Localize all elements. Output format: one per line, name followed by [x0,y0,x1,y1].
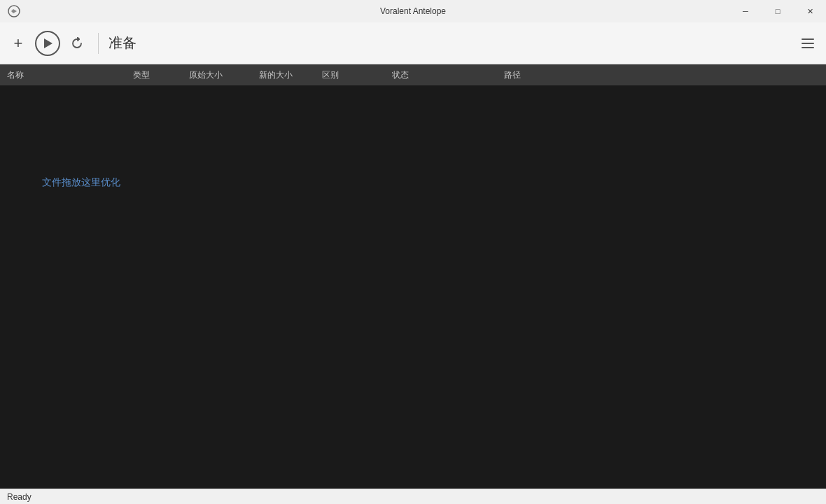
drop-hint-text: 文件拖放这里优化 [42,176,120,189]
refresh-button[interactable] [66,32,88,55]
status-bar: Ready [0,489,826,504]
play-icon [44,38,52,48]
app-logo [7,4,21,18]
toolbar-title: 准备 [108,34,136,52]
main-content-area[interactable]: 文件拖放这里优化 [0,85,826,489]
hamburger-icon [802,38,814,48]
minimize-button[interactable]: ─ [729,0,762,22]
window-controls: ─ □ ✕ [729,0,826,22]
status-text: Ready [7,492,31,502]
hamburger-menu-button[interactable] [797,32,819,55]
window-title: Voralent Antelope [380,6,446,16]
title-bar: Voralent Antelope ─ □ ✕ [0,0,826,22]
table-header: 名称 类型 原始大小 新的大小 区别 状态 路径 [0,64,826,85]
column-header-status: 状态 [392,69,504,81]
add-button[interactable]: + [7,32,29,55]
refresh-icon [71,37,83,50]
maximize-button[interactable]: □ [762,0,794,22]
column-header-new-size: 新的大小 [259,69,322,81]
plus-icon: + [14,36,23,51]
column-header-original-size: 原始大小 [189,69,259,81]
column-header-diff: 区别 [322,69,392,81]
toolbar-divider [98,33,99,54]
run-button[interactable] [35,31,60,56]
column-header-type: 类型 [133,69,189,81]
column-header-path: 路径 [504,69,819,81]
toolbar: + 准备 [0,22,826,64]
column-header-name: 名称 [7,69,133,81]
close-button[interactable]: ✕ [794,0,826,22]
